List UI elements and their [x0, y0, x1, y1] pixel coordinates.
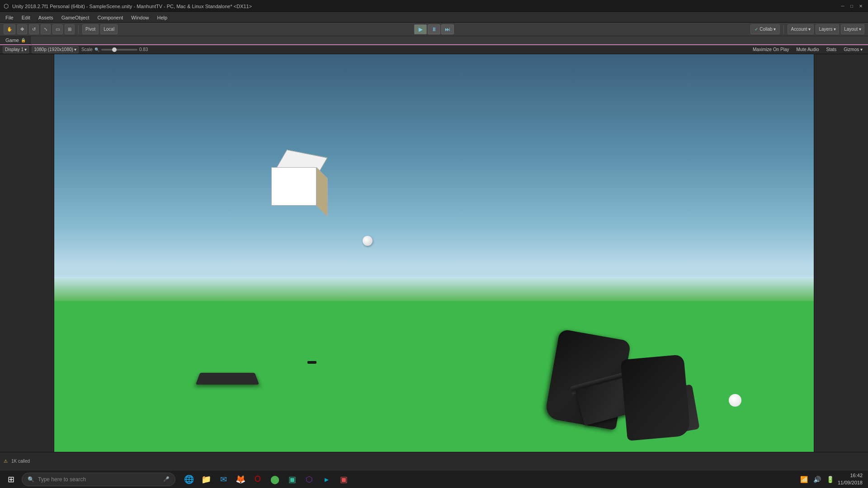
hand-tool-button[interactable]: ✋	[4, 24, 15, 34]
game-sub-bar: Display 1 ▾ 1080p (868x488) ▾ Scale 🔍 …	[0, 45, 868, 54]
local-button[interactable]: Local	[100, 24, 118, 34]
account-label: Account ▾	[791, 27, 811, 32]
search-icon: 🔍	[28, 476, 34, 483]
scale-slider[interactable]	[101, 49, 137, 51]
app-title: Unity 2018.2.7f1 Personal (64bit) - Samp…	[12, 4, 252, 9]
pivot-label: Pivot	[85, 27, 95, 32]
title-bar: ⬡ Unity 2018.2.7f1 Personal (64bit) - Sa…	[0, 0, 868, 13]
display-label: Display 1	[5, 47, 24, 52]
taskbar-app-app1[interactable]: ▣	[284, 471, 300, 488]
step-button[interactable]: ⏭	[441, 24, 454, 34]
collab-checkmark-icon: ✓	[755, 27, 758, 32]
taskbar: ⊞ 🔍 Type here to search 🎤 🌐 📁 ✉ 🦊 O ⬤ ▣ …	[0, 470, 868, 488]
microphone-icon: 🎤	[163, 476, 170, 482]
taskbar-app-app2[interactable]: ▸	[318, 471, 335, 488]
mute-audio-label: Mute Audio	[796, 47, 819, 52]
tab-game[interactable]: Game 🔒	[0, 36, 32, 45]
taskbar-app-vs[interactable]: ⬡	[301, 471, 317, 488]
gizmos-label: Gizmos ▾	[844, 47, 863, 52]
scale-label: Scale	[81, 47, 93, 52]
stats-label: Stats	[826, 47, 837, 52]
search-placeholder: Type here to search	[38, 476, 86, 483]
menu-gameobject[interactable]: GameObject	[58, 14, 93, 21]
window-controls: ─ □ ✕	[839, 3, 864, 10]
taskbar-clock[interactable]: 16:42 11/09/2018	[838, 472, 863, 486]
toolbar-right: ✓ Collab ▾ Account ▾ Layers ▾ Layout ▾	[750, 24, 864, 34]
start-icon: ⊞	[8, 474, 14, 484]
taskbar-battery-icon[interactable]: 🔋	[825, 474, 836, 485]
maximize-on-play-button[interactable]: Maximize On Play	[750, 46, 792, 53]
gizmos-button[interactable]: Gizmos ▾	[841, 46, 865, 53]
display-chevron-icon: ▾	[24, 47, 27, 52]
cube-front-face	[271, 167, 316, 206]
taskbar-date: 11/09/2018	[838, 479, 863, 486]
lock-icon: 🔒	[21, 38, 26, 42]
horizon-blend	[54, 277, 814, 301]
taskbar-app-ie[interactable]: 🌐	[181, 471, 197, 488]
menu-help[interactable]: Help	[153, 14, 171, 21]
right-panel	[814, 54, 868, 452]
display-dropdown[interactable]: Display 1 ▾	[3, 46, 29, 53]
pivot-button[interactable]: Pivot	[82, 24, 99, 34]
search-bar[interactable]: 🔍 Type here to search 🎤	[22, 473, 175, 486]
scale-thumb	[112, 47, 117, 52]
menu-window[interactable]: Window	[127, 14, 152, 21]
menu-assets[interactable]: Assets	[35, 14, 57, 21]
close-button[interactable]: ✕	[857, 3, 864, 10]
right-hand	[620, 354, 690, 441]
maximize-on-play-label: Maximize On Play	[753, 47, 789, 52]
white-ball-near-gun	[729, 394, 741, 407]
play-button[interactable]: ▶	[414, 24, 427, 34]
stats-button[interactable]: Stats	[824, 46, 840, 53]
taskbar-right: 📶 🔊 🔋 16:42 11/09/2018	[795, 472, 866, 486]
mute-audio-button[interactable]: Mute Audio	[793, 46, 821, 53]
account-button[interactable]: Account ▾	[788, 24, 814, 34]
main-content	[0, 54, 868, 452]
status-bar: ⚠ 1K called	[0, 452, 868, 470]
scale-icon: 🔍	[94, 47, 99, 52]
taskbar-app-opera[interactable]: O	[250, 471, 266, 488]
layout-label: Layout ▾	[844, 27, 861, 32]
menu-component[interactable]: Component	[94, 14, 127, 21]
left-panel	[0, 54, 54, 452]
taskbar-network-icon[interactable]: 📶	[798, 474, 810, 485]
taskbar-app-firefox[interactable]: 🦊	[232, 471, 249, 488]
rect-tool-button[interactable]: ▭	[52, 24, 63, 34]
sep-1	[78, 25, 79, 34]
taskbar-app-app3[interactable]: ▣	[335, 471, 352, 488]
move-tool-button[interactable]: ✥	[17, 24, 27, 34]
small-ground-mark	[307, 361, 316, 364]
taskbar-app-chrome[interactable]: ⬤	[267, 471, 283, 488]
sub-bar-right: Maximize On Play Mute Audio Stats Gizmos…	[750, 46, 865, 53]
taskbar-app-folder[interactable]: 📁	[198, 471, 214, 488]
transform-tool-button[interactable]: ⊞	[65, 24, 75, 34]
sep-2	[783, 25, 784, 34]
minimize-button[interactable]: ─	[839, 3, 846, 10]
rotate-tool-button[interactable]: ↺	[29, 24, 39, 34]
tab-bar: Game 🔒	[0, 36, 868, 45]
layers-button[interactable]: Layers ▾	[816, 24, 839, 34]
menu-edit[interactable]: Edit	[18, 14, 34, 21]
taskbar-volume-icon[interactable]: 🔊	[811, 474, 823, 485]
taskbar-time: 16:42	[838, 472, 863, 479]
resolution-label: 1080p (868x488)	[34, 47, 73, 52]
start-button[interactable]: ⊞	[2, 470, 20, 488]
cube-object	[271, 154, 326, 212]
dark-ground-object	[196, 373, 259, 385]
toolbar: ✋ ✥ ↺ ⤡ ▭ ⊞ Pivot Local ▶ ⏸ ⏭ ✓ Collab ▾…	[0, 23, 868, 36]
taskbar-apps: 🌐 📁 ✉ 🦊 O ⬤ ▣ ⬡ ▸ ▣	[181, 471, 352, 488]
scale-value: 0.83	[139, 47, 148, 52]
sky-background	[54, 54, 814, 301]
menu-file[interactable]: File	[2, 14, 17, 21]
layers-label: Layers ▾	[819, 27, 836, 32]
unity-logo: ⬡	[4, 3, 9, 9]
game-viewport[interactable]	[54, 54, 814, 452]
resolution-dropdown[interactable]: 1080p (868x488) ▾	[32, 46, 79, 53]
fps-weapon	[542, 307, 723, 452]
maximize-button[interactable]: □	[848, 3, 855, 10]
taskbar-app-mail[interactable]: ✉	[215, 471, 231, 488]
scale-tool-button[interactable]: ⤡	[41, 24, 51, 34]
pause-button[interactable]: ⏸	[428, 24, 440, 34]
layout-button[interactable]: Layout ▾	[841, 24, 864, 34]
collab-button[interactable]: ✓ Collab ▾	[750, 24, 780, 34]
